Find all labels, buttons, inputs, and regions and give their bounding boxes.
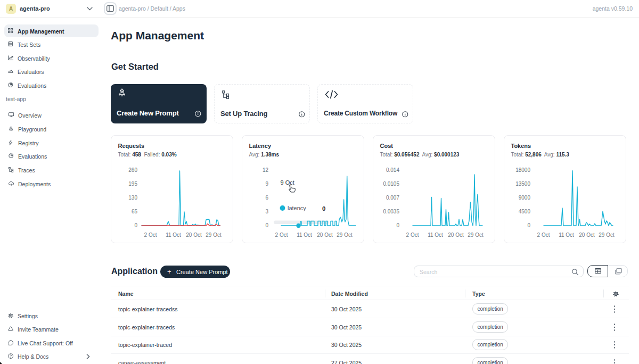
svg-text:11 Oct: 11 Oct bbox=[166, 232, 181, 238]
svg-text:2 Oct: 2 Oct bbox=[406, 232, 419, 238]
svg-text:0: 0 bbox=[134, 222, 137, 228]
svg-text:0: 0 bbox=[265, 222, 268, 228]
svg-text:20 Oct: 20 Oct bbox=[579, 232, 595, 238]
svg-text:13500: 13500 bbox=[515, 181, 530, 187]
svg-text:9000: 9000 bbox=[519, 195, 531, 201]
svg-text:0.007: 0.007 bbox=[386, 195, 399, 201]
svg-text:6: 6 bbox=[265, 195, 268, 201]
svg-text:11 Oct: 11 Oct bbox=[428, 232, 443, 238]
svg-text:11 Oct: 11 Oct bbox=[297, 232, 312, 238]
svg-text:195: 195 bbox=[128, 181, 137, 187]
svg-text:4500: 4500 bbox=[519, 209, 531, 214]
svg-text:29 Oct: 29 Oct bbox=[206, 232, 222, 238]
svg-text:29 Oct: 29 Oct bbox=[337, 232, 353, 238]
svg-text:2 Oct: 2 Oct bbox=[144, 232, 157, 238]
svg-text:latency: latency bbox=[288, 205, 306, 211]
svg-text:0.0035: 0.0035 bbox=[383, 209, 399, 214]
svg-text:29 Oct: 29 Oct bbox=[599, 232, 615, 238]
svg-text:29 Oct: 29 Oct bbox=[468, 232, 484, 238]
svg-text:0.0105: 0.0105 bbox=[383, 181, 399, 187]
svg-text:0.014: 0.014 bbox=[386, 167, 399, 173]
svg-text:9 Oct: 9 Oct bbox=[281, 179, 294, 186]
svg-text:0: 0 bbox=[396, 222, 399, 228]
svg-text:20 Oct: 20 Oct bbox=[186, 232, 202, 238]
svg-text:65: 65 bbox=[132, 209, 138, 214]
svg-text:20 Oct: 20 Oct bbox=[448, 232, 464, 238]
svg-text:2 Oct: 2 Oct bbox=[275, 232, 288, 238]
svg-text:11 Oct: 11 Oct bbox=[559, 232, 574, 238]
svg-text:0: 0 bbox=[527, 222, 530, 228]
svg-text:3: 3 bbox=[265, 209, 268, 214]
svg-text:12: 12 bbox=[263, 167, 269, 173]
svg-text:130: 130 bbox=[128, 195, 137, 201]
svg-text:18000: 18000 bbox=[515, 167, 530, 173]
svg-text:9: 9 bbox=[265, 181, 268, 187]
svg-text:0: 0 bbox=[322, 205, 325, 212]
svg-text:2 Oct: 2 Oct bbox=[537, 232, 550, 238]
svg-text:20 Oct: 20 Oct bbox=[317, 232, 333, 238]
svg-text:260: 260 bbox=[128, 167, 137, 173]
